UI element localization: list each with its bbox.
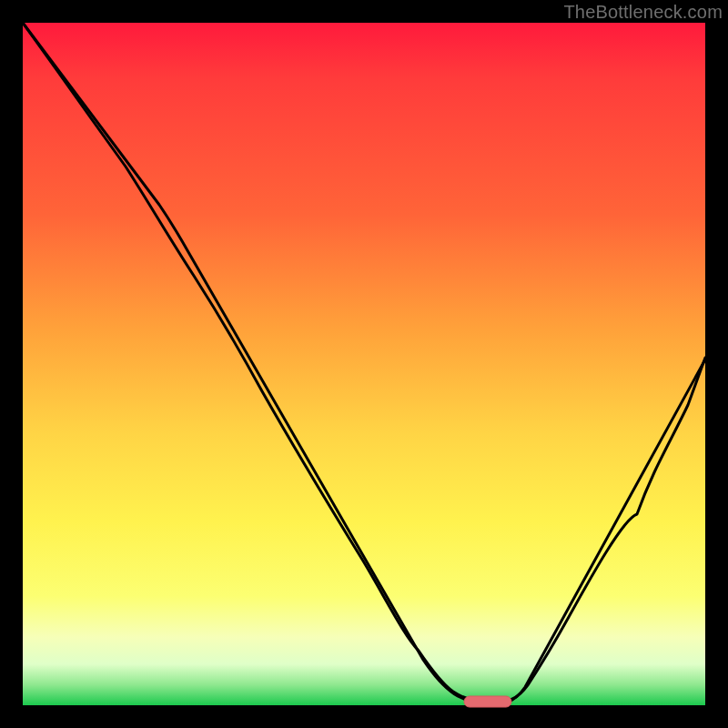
- curve-layer: [23, 23, 705, 705]
- bottleneck-curve: [23, 23, 705, 702]
- watermark-text: TheBottleneck.com: [563, 2, 723, 23]
- optimal-marker: [464, 696, 511, 707]
- bottleneck-curve-clean: [23, 23, 705, 703]
- plot-area: [23, 23, 705, 705]
- chart-frame: TheBottleneck.com: [0, 0, 728, 728]
